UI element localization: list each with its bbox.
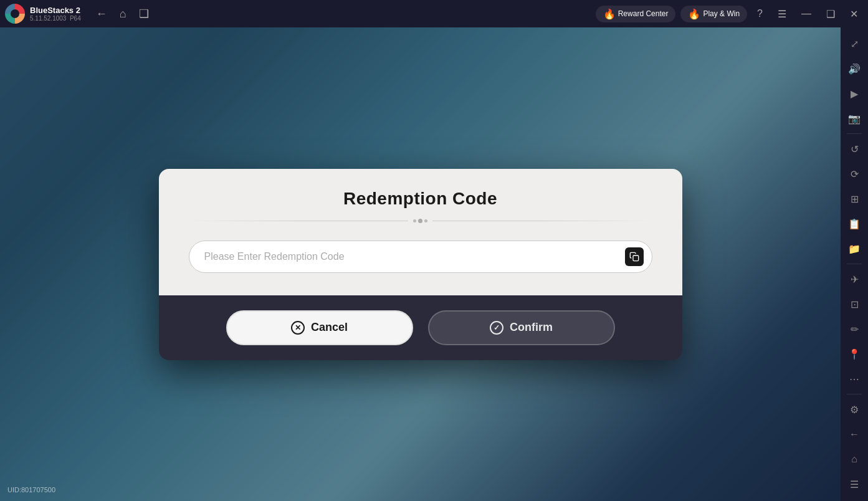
more-icon[interactable]: ⋯ [843,368,866,390]
cancel-label: Cancel [311,321,348,334]
screenshot-icon[interactable]: 📷 [843,107,866,130]
divider-dot-1 [413,219,416,222]
dialog-title: Redemption Code [343,189,497,209]
divider-dots [413,219,427,223]
apps-icon[interactable]: ⊞ [843,188,866,210]
divider-dot-3 [424,219,427,222]
dialog-bottom: ✕ Cancel ✓ Confirm [159,295,682,360]
home-sidebar-icon[interactable]: ⌂ [843,448,866,470]
divider-line-left [189,221,409,221]
sidebar-divider-2 [847,264,862,264]
dialog-top: Redemption Code [159,169,682,295]
close-button[interactable]: ✕ [845,6,863,22]
divider-line-right [432,221,652,221]
back-sidebar-icon[interactable]: ← [843,423,866,446]
rotate-icon[interactable]: ↺ [843,138,866,160]
dialog: Redemption Code [159,169,682,360]
input-wrap [189,241,652,273]
video-icon[interactable]: ▶ [843,82,866,105]
restore-button[interactable]: ❑ [821,6,840,22]
folder-icon[interactable]: 📁 [843,237,866,260]
book-icon[interactable]: 📋 [843,212,866,235]
reward-center-button[interactable]: 🔥 Reward Center [596,6,676,22]
app-logo [5,4,25,24]
sidebar-divider-1 [847,133,862,134]
volume-icon[interactable]: 🔊 [843,57,866,80]
svg-rect-0 [633,255,639,261]
play-win-label: Play & Win [703,9,740,18]
back-button[interactable]: ← [91,6,112,22]
app-title: BlueStacks 2 5.11.52.1003 P64 [30,6,81,22]
modal-overlay: Redemption Code [0,27,841,501]
topbar-right: 🔥 Reward Center 🔥 Play & Win ? ☰ — ❑ ✕ [596,6,863,22]
home-button[interactable]: ⌂ [115,6,131,22]
dialog-divider [189,219,652,223]
refresh-icon[interactable]: ⟳ [843,163,866,185]
settings-icon[interactable]: ⚙ [843,398,866,421]
confirm-label: Confirm [510,321,553,334]
help-button[interactable]: ? [752,6,768,22]
play-win-icon: 🔥 [688,8,700,20]
menu-button[interactable]: ☰ [773,6,791,22]
sidebar-divider-3 [847,394,862,394]
pen-icon[interactable]: ✏ [843,318,866,340]
minimize-button[interactable]: — [796,6,816,22]
divider-dot-center [418,219,422,223]
play-win-button[interactable]: 🔥 Play & Win [680,6,747,22]
plane-icon[interactable]: ✈ [843,268,866,290]
paste-icon[interactable] [625,247,644,266]
cancel-button[interactable]: ✕ Cancel [226,310,413,345]
redemption-code-input[interactable] [189,241,652,273]
menu-sidebar-icon[interactable]: ☰ [843,473,866,495]
confirm-button[interactable]: ✓ Confirm [428,310,615,345]
topbar-nav: ← ⌂ ❑ [91,6,154,22]
reward-center-icon: 🔥 [603,8,616,20]
expand-icon[interactable]: ⤢ [843,32,866,55]
cancel-icon: ✕ [291,321,305,335]
location-icon[interactable]: 📍 [843,343,866,365]
confirm-icon: ✓ [490,321,503,335]
resize-icon[interactable]: ⊡ [843,293,866,315]
topbar: BlueStacks 2 5.11.52.1003 P64 ← ⌂ ❑ 🔥 Re… [0,0,868,27]
reward-center-label: Reward Center [618,9,669,18]
right-sidebar: ⤢ 🔊 ▶ 📷 ↺ ⟳ ⊞ 📋 📁 ✈ ⊡ ✏ 📍 ⋯ ⚙ ← ⌂ ☰ [841,27,868,501]
duplicate-button[interactable]: ❑ [134,6,154,22]
